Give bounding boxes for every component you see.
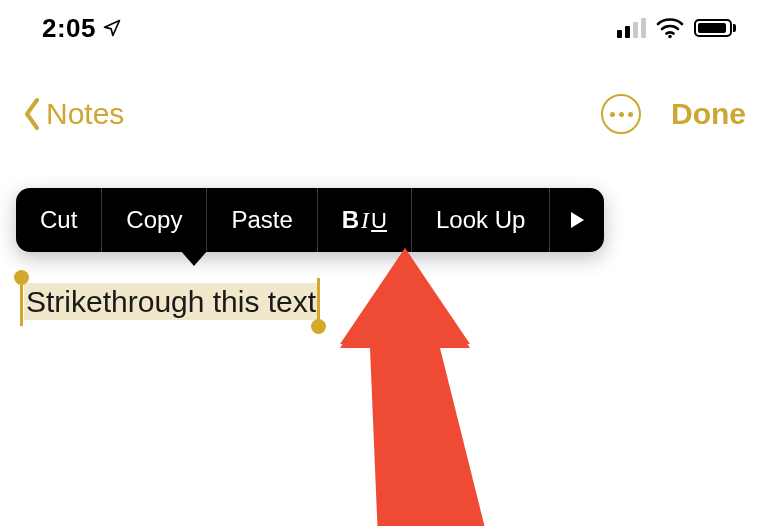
- wifi-icon: [656, 17, 684, 39]
- text-selection[interactable]: Strikethrough this text: [24, 280, 318, 324]
- arrow-right-icon: [568, 210, 586, 230]
- svg-marker-3: [340, 248, 480, 526]
- menu-format-biu[interactable]: B I U: [318, 188, 412, 252]
- annotation-arrow: [340, 248, 580, 526]
- location-icon: [102, 18, 122, 38]
- menu-more[interactable]: [550, 188, 604, 252]
- status-right: [617, 17, 736, 39]
- menu-cut[interactable]: Cut: [16, 188, 102, 252]
- svg-marker-2: [340, 248, 500, 526]
- svg-marker-1: [571, 212, 584, 228]
- note-body[interactable]: Strikethrough this text: [24, 280, 318, 324]
- more-button[interactable]: [601, 94, 641, 134]
- back-label: Notes: [46, 97, 124, 131]
- selected-text[interactable]: Strikethrough this text: [24, 283, 318, 320]
- edit-menu: Cut Copy Paste B I U Look Up: [16, 188, 604, 252]
- done-button[interactable]: Done: [671, 97, 746, 131]
- bold-icon: B: [342, 206, 359, 234]
- back-button[interactable]: Notes: [22, 97, 124, 131]
- underline-icon: U: [371, 208, 387, 234]
- chevron-left-icon: [22, 97, 42, 131]
- selection-handle-end[interactable]: [311, 319, 326, 334]
- nav-bar: Notes Done: [0, 86, 768, 142]
- battery-icon: [694, 19, 736, 37]
- status-time-group: 2:05: [42, 13, 122, 44]
- status-bar: 2:05: [0, 0, 768, 56]
- status-time: 2:05: [42, 13, 96, 44]
- nav-right: Done: [601, 94, 746, 134]
- menu-copy[interactable]: Copy: [102, 188, 207, 252]
- menu-lookup[interactable]: Look Up: [412, 188, 550, 252]
- menu-paste[interactable]: Paste: [207, 188, 317, 252]
- svg-point-0: [668, 35, 672, 39]
- ellipsis-icon: [610, 112, 633, 117]
- italic-icon: I: [361, 207, 369, 234]
- biu-icon: B I U: [342, 206, 387, 234]
- selection-handle-start[interactable]: [14, 270, 29, 285]
- cellular-signal-icon: [617, 18, 646, 38]
